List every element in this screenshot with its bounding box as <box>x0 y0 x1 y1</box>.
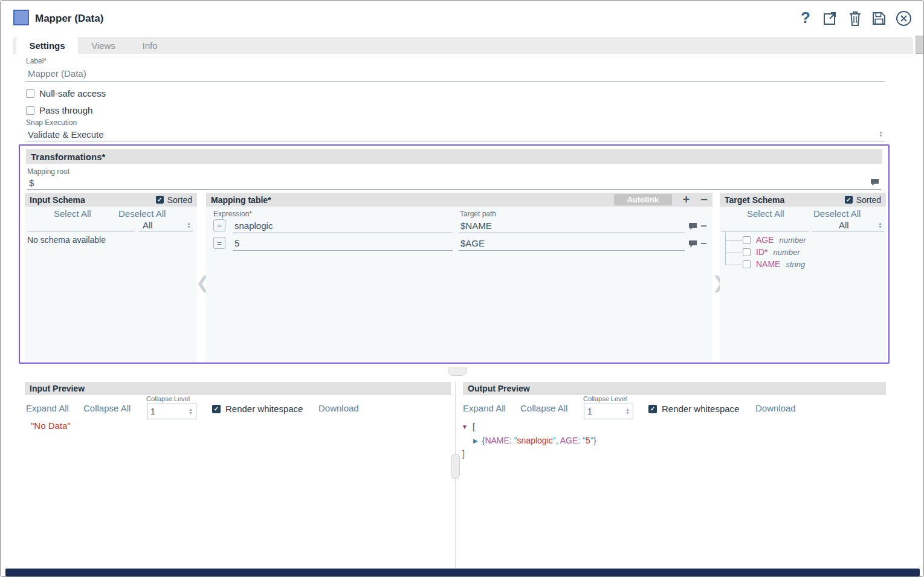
background-artifact <box>916 36 924 54</box>
json-object-text: {NAME: "snaplogic", AGE: "5"} <box>482 435 596 446</box>
tab-views[interactable]: Views <box>78 37 129 54</box>
preview-divider-handle[interactable] <box>451 454 460 479</box>
null-safe-label: Null-safe access <box>39 88 106 98</box>
snap-execution-caption: Snap Execution <box>26 118 77 127</box>
label-input-value: Mapper (Data) <box>28 68 86 79</box>
spinner-icon[interactable]: ▲▼ <box>625 408 630 415</box>
spinner-icon[interactable]: ▲▼ <box>879 131 883 138</box>
null-safe-checkbox[interactable] <box>26 89 34 98</box>
tab-views-label: Views <box>91 40 115 51</box>
output-preview-render-whitespace-row: Render whitespace <box>648 404 739 414</box>
input-preview-title: Input Preview <box>30 384 85 393</box>
null-safe-row: Null-safe access <box>26 88 106 98</box>
output-preview-download[interactable]: Download <box>755 403 796 413</box>
output-preview-collapse-all[interactable]: Collapse All <box>520 403 567 413</box>
expand-caret-icon[interactable]: ▶ <box>473 437 478 444</box>
render-whitespace-label: Render whitespace <box>662 404 739 414</box>
collapse-level-value: 1 <box>150 407 155 416</box>
comment-icon[interactable] <box>688 222 697 233</box>
tree-connector <box>725 233 726 265</box>
output-preview-header: Output Preview <box>463 382 886 395</box>
comment-icon[interactable] <box>870 178 879 188</box>
target-path-input[interactable]: $NAME <box>459 218 685 233</box>
input-schema-sorted-checkbox[interactable] <box>156 196 164 204</box>
target-path-input[interactable]: $AGE <box>459 236 685 251</box>
tab-settings[interactable]: Settings <box>16 37 78 54</box>
add-row-button[interactable]: + <box>683 193 690 207</box>
input-schema-sorted-label: Sorted <box>167 195 192 205</box>
expression-toggle-button[interactable]: = <box>213 237 225 249</box>
help-icon[interactable]: ? <box>801 8 810 27</box>
target-field-checkbox[interactable] <box>743 248 751 256</box>
mapping-table-title: Mapping table* <box>211 195 271 205</box>
target-schema-sorted-checkbox[interactable] <box>845 196 853 204</box>
input-preview-collapse-all[interactable]: Collapse All <box>83 403 131 413</box>
remove-row-button[interactable]: − <box>700 221 707 231</box>
target-schema-filter-input[interactable] <box>721 219 809 231</box>
output-preview-collapse-level-label: Collapse Level <box>583 395 627 402</box>
comment-icon[interactable] <box>688 239 697 250</box>
pass-through-row: Pass through <box>26 105 92 115</box>
pass-through-checkbox[interactable] <box>26 106 34 115</box>
input-preview-expand-all[interactable]: Expand All <box>26 403 69 413</box>
expression-value: snaplogic <box>234 221 273 231</box>
output-preview-title: Output Preview <box>468 384 530 393</box>
tab-settings-label: Settings <box>29 40 65 51</box>
label-input[interactable]: Mapper (Data) <box>26 66 885 82</box>
tree-connector <box>725 253 742 253</box>
tab-info-label: Info <box>142 40 157 51</box>
mapping-root-input[interactable]: $ <box>27 176 881 190</box>
target-schema-header: Target Schema Sorted <box>720 193 886 207</box>
target-schema-sorted-label: Sorted <box>856 195 881 205</box>
spinner-icon[interactable]: ▲▼ <box>878 222 882 229</box>
label-caption: Label* <box>26 57 47 65</box>
collapse-caret-icon[interactable]: ▼ <box>462 424 468 430</box>
spinner-icon[interactable]: ▲▼ <box>187 222 191 229</box>
close-icon[interactable] <box>895 10 913 30</box>
target-field-checkbox[interactable] <box>743 260 751 268</box>
target-field-type: string <box>786 260 805 269</box>
target-schema-select-all[interactable]: Select All <box>747 208 784 219</box>
json-open-bracket: [ <box>473 422 475 431</box>
remove-rows-button[interactable]: − <box>700 193 708 207</box>
trash-icon[interactable] <box>848 10 862 29</box>
input-schema-panel <box>25 193 197 362</box>
remove-row-button[interactable]: − <box>700 238 707 249</box>
input-schema-title: Input Schema <box>30 195 85 205</box>
expression-column-header: Expression* <box>213 210 252 218</box>
input-schema-select-all[interactable]: Select All <box>54 208 91 219</box>
render-whitespace-checkbox[interactable] <box>212 405 221 413</box>
transformations-title: Transformations* <box>31 152 105 162</box>
input-schema-filter-scope-value: All <box>140 220 153 230</box>
save-icon[interactable] <box>871 11 887 28</box>
input-preview-collapse-level-label: Collapse Level <box>146 395 190 402</box>
spinner-icon[interactable]: ▲▼ <box>189 408 193 415</box>
transformations-header: Transformations* <box>26 149 882 164</box>
expression-input[interactable]: snaplogic <box>233 218 453 233</box>
tab-info[interactable]: Info <box>129 37 171 54</box>
input-schema-deselect-all[interactable]: Deselect All <box>118 208 166 219</box>
open-external-icon[interactable] <box>822 10 838 28</box>
tree-connector <box>725 265 742 265</box>
input-schema-filter-input[interactable] <box>27 219 135 231</box>
render-whitespace-checkbox[interactable] <box>648 405 657 413</box>
input-preview-download[interactable]: Download <box>318 403 359 413</box>
bottom-bar <box>5 569 920 576</box>
target-schema-panel <box>720 193 886 362</box>
input-preview-collapse-level-input[interactable]: 1 ▲▼ <box>147 404 196 419</box>
target-schema-filter-scope-select[interactable]: All ▲▼ <box>812 219 884 231</box>
expression-input[interactable]: 5 <box>233 236 453 251</box>
autolink-button[interactable]: Autolink <box>614 194 672 205</box>
snap-icon <box>13 10 29 25</box>
target-path-value: $AGE <box>460 238 485 248</box>
target-field-checkbox[interactable] <box>743 236 751 244</box>
output-preview-collapse-level-input[interactable]: 1 ▲▼ <box>584 404 633 419</box>
dialog-title: Mapper (Data) <box>35 13 103 25</box>
target-field-name: AGE <box>756 235 774 245</box>
output-preview-expand-all[interactable]: Expand All <box>463 403 506 413</box>
section-collapse-handle[interactable] <box>448 367 467 376</box>
target-schema-deselect-all[interactable]: Deselect All <box>813 208 861 219</box>
expression-toggle-button[interactable]: = <box>213 219 225 231</box>
snap-execution-select[interactable]: Validate & Execute ▲▼ <box>26 127 885 141</box>
input-schema-filter-scope-select[interactable]: All ▲▼ <box>138 219 193 231</box>
